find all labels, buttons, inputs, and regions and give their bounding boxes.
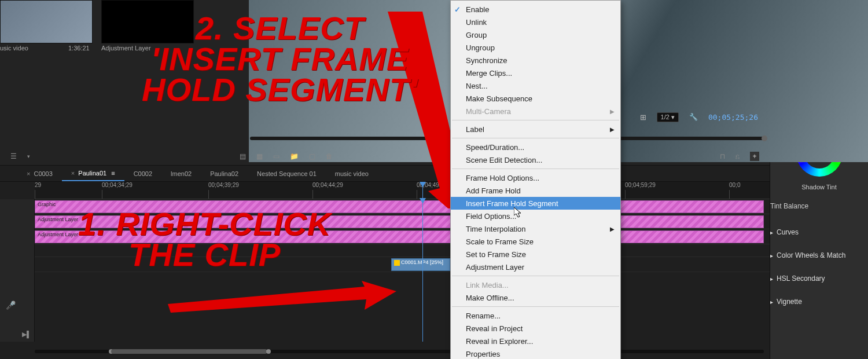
mic-icon[interactable]: 🎤 — [6, 301, 16, 310]
menu-icon[interactable]: ☰ — [10, 152, 17, 160]
menu-item[interactable]: Scene Edit Detection... — [451, 153, 620, 166]
menu-item[interactable]: Field Options... — [451, 210, 620, 222]
scroll-thumb[interactable] — [111, 349, 267, 354]
menu-item[interactable]: Merge Clips... — [451, 67, 620, 79]
menu-item-label: Scale to Frame Size — [466, 237, 534, 246]
menu-item[interactable]: Nest... — [451, 79, 620, 92]
menu-item[interactable]: Label▶ — [451, 123, 620, 135]
tint-balance-label: Tint Balance — [770, 202, 808, 210]
menu-item[interactable]: Speed/Duration... — [451, 141, 620, 153]
check-icon: ✓ — [454, 5, 461, 14]
tab-close-icon[interactable]: × — [71, 170, 75, 177]
ruler-label: 00;04;39;29 — [208, 182, 239, 188]
menu-item-label: Label — [466, 125, 484, 134]
menu-item-label: Enable — [466, 5, 489, 14]
arrow-step-1 — [168, 281, 399, 316]
ruler-label: 29 — [35, 182, 41, 188]
timeline-tab[interactable]: lmen02 — [161, 166, 201, 181]
list-view-icon[interactable]: ▤ — [240, 152, 246, 160]
menu-item[interactable]: Ungroup — [451, 41, 620, 54]
timeline-h-scrollbar[interactable] — [35, 350, 764, 353]
bin-thumb-1-duration: 1:36:21 — [68, 45, 90, 52]
menu-item[interactable]: Reveal in Project — [451, 322, 620, 335]
menu-item[interactable]: Frame Hold Options... — [451, 171, 620, 184]
menu-item-label: Make Offline... — [466, 294, 514, 302]
menu-item[interactable]: Synchronize — [451, 54, 620, 67]
snap-icon[interactable]: ⊓ — [720, 152, 725, 160]
app-root: Intensity ▾Adjustments Faded Film Sharpe… — [0, 0, 868, 359]
tab-label: C0003 — [34, 170, 52, 177]
fx-caret-icon: ▸ — [770, 276, 773, 282]
menu-item[interactable]: Group — [451, 28, 620, 41]
menu-item[interactable]: Rename... — [451, 309, 620, 322]
menu-item: Multi-Camera▶ — [451, 105, 620, 118]
menu-item[interactable]: Add Frame Hold — [451, 184, 620, 197]
menu-item[interactable]: Make Subsequence — [451, 92, 620, 105]
menu-item-label: Scene Edit Detection... — [466, 156, 542, 164]
timeline-tab[interactable]: Paulina02 — [201, 166, 248, 181]
menu-separator — [452, 306, 619, 307]
tab-label: Paulina02 — [210, 170, 238, 177]
zoom-select[interactable]: 1/2 ▾ — [657, 112, 679, 122]
clip-video[interactable]: C0001.MP4 [25%] — [391, 258, 450, 271]
submenu-arrow-icon: ▶ — [610, 126, 615, 133]
bin-thumb-1-label: usic video — [0, 45, 28, 52]
tab-close-icon[interactable]: × — [27, 170, 30, 177]
menu-item-label: Rename... — [466, 312, 501, 320]
scroll-end-handle[interactable] — [266, 349, 271, 354]
tab-label: lmen02 — [171, 170, 192, 177]
menu-item[interactable]: Adjustment Layer — [451, 261, 620, 273]
timeline-tab[interactable]: C0002 — [124, 166, 161, 181]
menu-item[interactable]: Reveal in Explorer... — [451, 335, 620, 347]
menu-item-label: Ungroup — [466, 43, 495, 52]
end-nav-icon[interactable]: ▶▌ — [22, 331, 31, 338]
fit-icon[interactable]: ⊞ — [640, 113, 646, 122]
menu-item-label: Group — [466, 31, 487, 39]
trash-icon[interactable]: 🗑 — [326, 152, 333, 160]
menu-item-label: Reveal in Project — [466, 324, 523, 333]
bin-thumb-1[interactable] — [0, 0, 93, 43]
wrench-icon[interactable]: 🔧 — [689, 113, 698, 121]
ruler-label: 00;04;44;29 — [312, 182, 343, 188]
menu-item-label: Frame Hold Options... — [466, 174, 539, 182]
timeline-tab[interactable]: ×C0003 — [17, 166, 62, 181]
new-bin-icon[interactable]: 📁 — [290, 152, 299, 160]
menu-item[interactable]: Set to Frame Size — [451, 248, 620, 261]
link-icon[interactable]: ⎌ — [735, 152, 740, 160]
submenu-arrow-icon: ▶ — [610, 108, 615, 115]
tab-label: music video — [335, 170, 369, 177]
fx-caret-icon: ▸ — [770, 299, 773, 305]
add-icon[interactable]: + — [750, 152, 759, 161]
menu-item[interactable]: Time Interpolation▶ — [451, 222, 620, 235]
timeline-tab[interactable]: ×Paulina01 ≡ — [62, 166, 124, 181]
freeform-view-icon[interactable]: ▭ — [273, 152, 279, 160]
icon-view-icon[interactable]: ▦ — [256, 152, 263, 160]
context-menu[interactable]: ✓EnableUnlinkGroupUngroupSynchronizeMerg… — [450, 0, 621, 359]
menu-item-label: Speed/Duration... — [466, 143, 524, 152]
monitor-scrubber-end[interactable] — [762, 135, 767, 141]
fx-caret-icon: ▸ — [770, 252, 773, 259]
menu-item-label: Insert Frame Hold Segment — [466, 199, 558, 208]
playhead-line — [422, 198, 423, 342]
menu-item[interactable]: ✓Enable — [451, 3, 620, 16]
menu-item-label: Synchronize — [466, 56, 507, 65]
menu-item[interactable]: Unlink — [451, 16, 620, 28]
menu-item-label: Field Options... — [466, 212, 516, 221]
timeline-tab[interactable]: Nested Sequence 01 — [248, 166, 326, 181]
track-audio-area[interactable] — [35, 272, 770, 307]
menu-item[interactable]: Make Offline... — [451, 291, 620, 304]
menu-separator — [452, 138, 619, 138]
tab-menu-icon[interactable]: ≡ — [111, 170, 115, 177]
menu-item: Link Media... — [451, 279, 620, 291]
menu-item-label: Properties — [466, 350, 500, 358]
menu-item[interactable]: Scale to Frame Size — [451, 235, 620, 248]
menu-item[interactable]: Insert Frame Hold Segment — [451, 197, 620, 210]
dropdown-icon[interactable]: ▾ — [27, 153, 30, 159]
menu-item-label: Add Frame Hold — [466, 186, 521, 195]
new-item-icon[interactable]: ▢ — [309, 152, 315, 160]
vignette-label: Vignette — [777, 298, 802, 306]
track-header-area: 🎤 ▶▌ — [0, 199, 35, 342]
menu-item[interactable]: Properties — [451, 347, 620, 359]
annotation-step-2: 2. SELECT'INSERT FRAMEHOLD SEGMENT' — [142, 13, 418, 105]
menu-item-label: Time Interpolation — [466, 225, 526, 233]
